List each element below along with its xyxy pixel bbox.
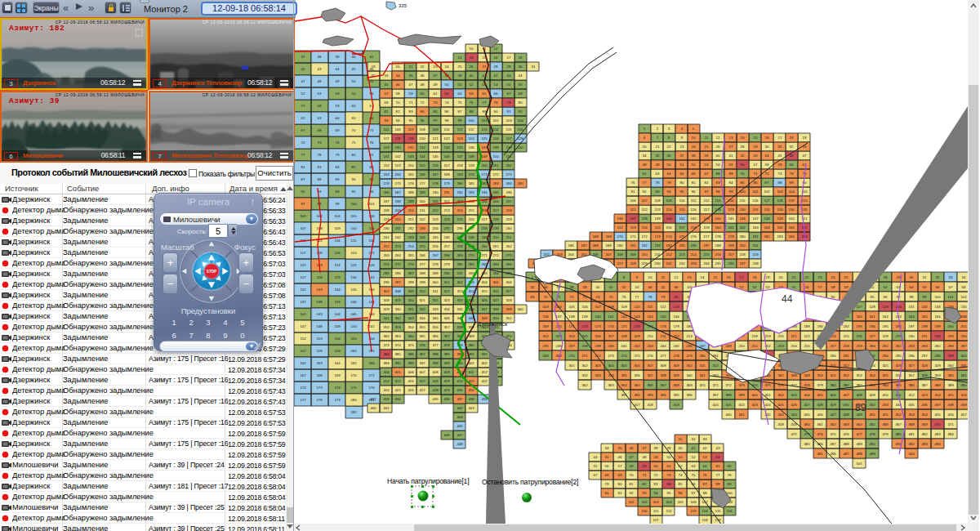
svg-text:295: 295 <box>895 354 902 358</box>
svg-text:275: 275 <box>394 262 401 266</box>
svg-text:166: 166 <box>934 315 941 319</box>
svg-text:441: 441 <box>738 413 745 417</box>
svg-text:291: 291 <box>843 354 849 358</box>
svg-text:249: 249 <box>481 235 488 239</box>
svg-text:221: 221 <box>791 334 797 338</box>
svg-text:356: 356 <box>432 325 439 329</box>
svg-text:127: 127 <box>506 136 512 141</box>
svg-text:170: 170 <box>350 373 357 377</box>
svg-text:68: 68 <box>605 473 609 477</box>
svg-text:358: 358 <box>921 373 928 377</box>
svg-text:115: 115 <box>351 239 357 243</box>
svg-text:59: 59 <box>643 464 647 468</box>
svg-text:34: 34 <box>605 446 609 450</box>
svg-text:58: 58 <box>318 104 322 108</box>
svg-text:234: 234 <box>703 261 710 266</box>
svg-text:129: 129 <box>728 207 734 212</box>
svg-text:375: 375 <box>408 343 414 347</box>
svg-text:54: 54 <box>336 91 340 96</box>
svg-text:328: 328 <box>921 364 928 368</box>
svg-text:36: 36 <box>421 74 425 78</box>
svg-text:397: 397 <box>712 393 719 397</box>
svg-text:194: 194 <box>481 190 488 194</box>
svg-text:312: 312 <box>443 289 450 293</box>
svg-text:12: 12 <box>494 47 498 51</box>
svg-text:73: 73 <box>778 172 782 176</box>
svg-text:10: 10 <box>692 136 696 140</box>
svg-text:33: 33 <box>385 74 389 78</box>
svg-text:89: 89 <box>336 177 340 181</box>
svg-text:135: 135 <box>350 288 357 292</box>
svg-text:68: 68 <box>318 128 322 132</box>
svg-text:58: 58 <box>630 464 634 468</box>
svg-text:405: 405 <box>394 370 401 374</box>
svg-text:273: 273 <box>506 253 512 257</box>
svg-text:69: 69 <box>729 172 733 176</box>
svg-text:494: 494 <box>934 442 941 446</box>
svg-text:169: 169 <box>542 324 549 328</box>
svg-text:232: 232 <box>408 226 414 230</box>
svg-text:226: 226 <box>468 217 474 221</box>
svg-text:112: 112 <box>469 127 474 132</box>
svg-text:480: 480 <box>895 432 902 436</box>
svg-text:426: 426 <box>408 388 414 392</box>
svg-text:254: 254 <box>408 244 414 248</box>
svg-text:53: 53 <box>318 91 322 96</box>
svg-text:308: 308 <box>660 364 666 368</box>
svg-text:32: 32 <box>790 145 794 149</box>
svg-text:114: 114 <box>335 239 341 243</box>
svg-text:172: 172 <box>581 324 588 328</box>
svg-text:31: 31 <box>679 437 683 441</box>
svg-text:343: 343 <box>408 316 414 320</box>
svg-text:171: 171 <box>481 172 488 176</box>
svg-text:432: 432 <box>370 397 376 401</box>
svg-text:250: 250 <box>492 235 499 239</box>
svg-text:113: 113 <box>482 127 488 132</box>
svg-text:175: 175 <box>621 324 627 328</box>
svg-text:298: 298 <box>934 354 941 358</box>
svg-text:84: 84 <box>667 482 671 486</box>
svg-text:276: 276 <box>647 354 653 358</box>
svg-text:207: 207 <box>605 252 612 257</box>
svg-text:387: 387 <box>419 352 425 356</box>
svg-text:484: 484 <box>947 432 954 436</box>
svg-text:37: 37 <box>680 154 684 158</box>
svg-text:110: 110 <box>642 509 648 513</box>
svg-text:228: 228 <box>882 334 889 338</box>
svg-text:391: 391 <box>468 352 474 356</box>
svg-text:52: 52 <box>301 91 305 96</box>
svg-text:12: 12 <box>675 275 679 279</box>
svg-text:399: 399 <box>443 361 450 365</box>
svg-text:90: 90 <box>494 109 498 114</box>
svg-text:418: 418 <box>647 403 653 407</box>
svg-text:110: 110 <box>635 305 640 309</box>
svg-text:121: 121 <box>432 136 439 141</box>
svg-text:257: 257 <box>830 344 836 348</box>
svg-text:380: 380 <box>830 383 836 387</box>
svg-text:32: 32 <box>692 437 696 441</box>
svg-text:271: 271 <box>481 253 488 257</box>
svg-text:51: 51 <box>679 455 683 459</box>
svg-text:86: 86 <box>445 109 449 114</box>
svg-text:57: 57 <box>818 285 822 289</box>
svg-text:53: 53 <box>703 455 707 459</box>
svg-text:89: 89 <box>728 482 732 486</box>
svg-text:452: 452 <box>895 413 902 417</box>
svg-text:278: 278 <box>432 262 439 266</box>
svg-text:29: 29 <box>897 275 901 279</box>
svg-text:447: 447 <box>830 413 836 417</box>
svg-text:83: 83 <box>654 482 658 486</box>
svg-text:117: 117 <box>301 251 306 255</box>
svg-text:500: 500 <box>908 452 915 456</box>
svg-text:448: 448 <box>843 413 849 417</box>
svg-text:72: 72 <box>301 141 305 145</box>
svg-text:251: 251 <box>751 344 758 348</box>
svg-text:70: 70 <box>544 295 548 299</box>
svg-text:430: 430 <box>843 403 849 407</box>
svg-text:228: 228 <box>492 217 499 221</box>
svg-text:318: 318 <box>383 298 390 302</box>
svg-text:106: 106 <box>630 199 636 203</box>
svg-text:241: 241 <box>621 344 627 348</box>
svg-text:386: 386 <box>908 383 915 387</box>
svg-text:364: 364 <box>408 334 414 338</box>
